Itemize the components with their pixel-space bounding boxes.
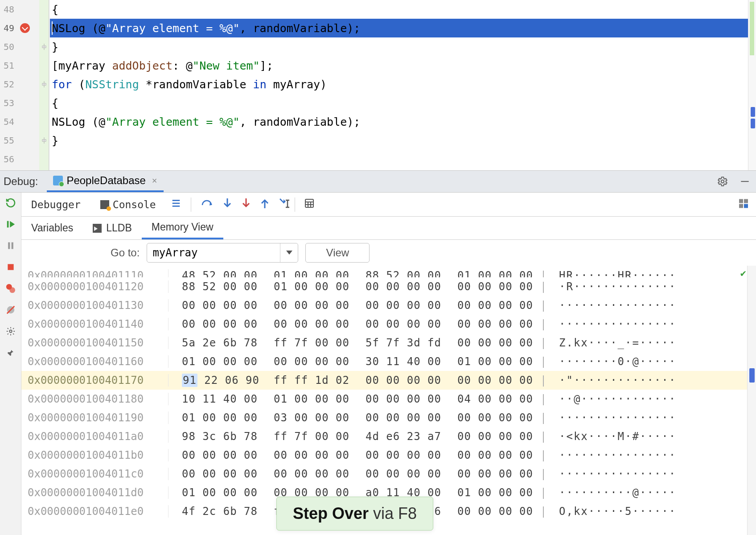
svg-marker-12 bbox=[10, 221, 15, 228]
memory-row[interactable]: 0x000000010040113000 00 00 0000 00 00 00… bbox=[21, 296, 756, 315]
resume-icon[interactable] bbox=[5, 218, 16, 230]
tab-console-label: Console bbox=[113, 199, 156, 210]
force-step-into-icon[interactable] bbox=[241, 198, 251, 211]
view-breakpoints-icon[interactable] bbox=[5, 283, 16, 294]
svg-marker-39 bbox=[286, 251, 292, 255]
debug-settings-icon[interactable] bbox=[5, 325, 16, 337]
memory-hex-view[interactable]: 0x000000010040111048 52 00 0001 00 00 00… bbox=[21, 266, 756, 535]
tab-debugger-label: Debugger bbox=[31, 199, 81, 210]
svg-rect-37 bbox=[739, 204, 743, 208]
editor-gutter: 484950515253545556 bbox=[0, 0, 50, 170]
run-config-name: PeopleDatabase bbox=[66, 174, 145, 187]
debug-left-rail bbox=[0, 193, 21, 535]
svg-rect-30 bbox=[305, 199, 313, 207]
fold-handle-icon[interactable] bbox=[41, 137, 47, 144]
step-into-icon[interactable] bbox=[222, 198, 232, 211]
evaluate-expression-icon[interactable] bbox=[304, 198, 315, 211]
memory-row[interactable]: 0x00000001004011b000 00 00 0000 00 00 00… bbox=[21, 446, 756, 465]
action-toast: Step Over via F8 bbox=[276, 497, 433, 531]
code-line[interactable]: [myArray addObject: @"New item"]; bbox=[50, 56, 756, 75]
svg-rect-14 bbox=[11, 243, 13, 249]
memory-row[interactable]: 0x00000001004011505a 2e 6b 78ff 7f 00 00… bbox=[21, 333, 756, 352]
step-over-icon[interactable] bbox=[201, 198, 214, 211]
tab-debugger[interactable]: Debugger bbox=[21, 193, 90, 216]
memory-row[interactable]: 0x000000010040117091 22 06 90ff ff 1d 02… bbox=[21, 371, 756, 390]
chevron-down-icon[interactable] bbox=[280, 243, 298, 262]
svg-point-9 bbox=[721, 180, 724, 183]
code-editor[interactable]: 484950515253545556 { NSLog (@"Array elem… bbox=[0, 0, 756, 170]
tab-variables[interactable]: Variables bbox=[21, 217, 83, 239]
memory-row[interactable]: 0x000000010040116001 00 00 0000 00 00 00… bbox=[21, 352, 756, 371]
memory-goto-bar: Go to: myArray View bbox=[21, 240, 756, 266]
fold-handle-icon[interactable] bbox=[41, 81, 47, 87]
run-to-cursor-icon[interactable] bbox=[279, 198, 290, 211]
code-area[interactable]: { NSLog (@"Array element = %@", randomVa… bbox=[50, 0, 756, 170]
svg-rect-36 bbox=[744, 199, 748, 203]
code-line[interactable]: for (NSString *randomVariable in myArray… bbox=[50, 75, 756, 94]
editor-scrollbar[interactable] bbox=[748, 0, 756, 170]
tab-memory-label: Memory View bbox=[152, 221, 214, 233]
memory-row[interactable]: 0x000000010040114000 00 00 0000 00 00 00… bbox=[21, 315, 756, 333]
svg-point-17 bbox=[9, 287, 15, 293]
memory-row[interactable]: 0x00000001004011a098 3c 6b 78ff 7f 00 00… bbox=[21, 427, 756, 446]
gutter-line[interactable]: 53 bbox=[0, 94, 50, 112]
gutter-line[interactable]: 56 bbox=[0, 150, 50, 169]
threads-icon[interactable] bbox=[170, 198, 182, 210]
debug-inner-tabs: Variables LLDB Memory View bbox=[21, 217, 756, 240]
stop-icon[interactable] bbox=[5, 261, 16, 273]
view-button[interactable]: View bbox=[305, 243, 370, 263]
gutter-line[interactable]: 52 bbox=[0, 75, 50, 94]
toast-action: Step Over bbox=[293, 504, 369, 523]
step-toolbar bbox=[201, 198, 290, 211]
close-icon[interactable]: × bbox=[152, 176, 157, 186]
memory-row[interactable]: 0x000000010040118010 11 40 0001 00 00 00… bbox=[21, 390, 756, 408]
debug-toolwindow-header: Debug: PeopleDatabase × bbox=[0, 170, 756, 193]
gutter-line[interactable]: 48 bbox=[0, 0, 50, 19]
memory-row[interactable]: 0x000000010040111048 52 00 0001 00 00 00… bbox=[21, 266, 756, 277]
svg-rect-35 bbox=[739, 199, 743, 203]
memory-row[interactable]: 0x00000001004011c000 00 00 0000 00 00 00… bbox=[21, 465, 756, 483]
toast-shortcut: via F8 bbox=[369, 504, 417, 523]
tab-lldb[interactable]: LLDB bbox=[83, 217, 142, 239]
rerun-icon[interactable] bbox=[5, 197, 16, 209]
memory-scrollbar[interactable] bbox=[747, 266, 756, 535]
step-out-icon[interactable] bbox=[260, 198, 270, 211]
gutter-line[interactable]: 54 bbox=[0, 112, 50, 131]
svg-rect-13 bbox=[8, 243, 10, 249]
mute-breakpoints-icon[interactable] bbox=[5, 304, 16, 316]
gutter-line[interactable]: 55 bbox=[0, 131, 50, 150]
debugger-tabbar: Debugger Console bbox=[21, 193, 756, 217]
tab-variables-label: Variables bbox=[31, 222, 73, 234]
code-line[interactable]: } bbox=[50, 37, 756, 56]
run-config-tab[interactable]: PeopleDatabase × bbox=[47, 171, 163, 192]
code-line[interactable]: NSLog (@"Array element = %@", randomVari… bbox=[50, 19, 756, 37]
debug-title: Debug: bbox=[4, 175, 38, 188]
code-line[interactable]: { bbox=[50, 0, 756, 19]
check-icon: ✔ bbox=[740, 268, 746, 279]
layout-settings-icon[interactable] bbox=[738, 198, 749, 211]
gear-icon[interactable] bbox=[717, 176, 728, 187]
svg-rect-15 bbox=[8, 264, 13, 270]
pause-icon[interactable] bbox=[5, 240, 16, 251]
gutter-line[interactable]: 49 bbox=[0, 19, 50, 37]
console-icon bbox=[100, 200, 109, 209]
code-line[interactable] bbox=[50, 150, 756, 169]
minimize-icon[interactable] bbox=[739, 176, 751, 187]
breakpoint-icon[interactable] bbox=[20, 23, 30, 33]
lldb-icon bbox=[93, 224, 102, 233]
gutter-line[interactable]: 50 bbox=[0, 37, 50, 56]
svg-rect-38 bbox=[744, 204, 748, 208]
tab-memory-view[interactable]: Memory View bbox=[142, 217, 223, 239]
memory-row[interactable]: 0x000000010040119001 00 00 0003 00 00 00… bbox=[21, 408, 756, 427]
code-line[interactable]: } bbox=[50, 131, 756, 150]
pin-icon[interactable] bbox=[5, 347, 16, 358]
code-line[interactable]: { bbox=[50, 94, 756, 112]
fold-handle-icon[interactable] bbox=[41, 44, 47, 50]
svg-rect-11 bbox=[7, 221, 8, 228]
goto-label: Go to: bbox=[111, 247, 140, 259]
gutter-line[interactable]: 51 bbox=[0, 56, 50, 75]
code-line[interactable]: NSLog (@"Array element = %@", randomVari… bbox=[50, 112, 756, 131]
tab-console[interactable]: Console bbox=[90, 193, 166, 216]
goto-address-combo[interactable]: myArray bbox=[147, 243, 298, 263]
memory-row[interactable]: 0x000000010040112088 52 00 0001 00 00 00… bbox=[21, 277, 756, 296]
